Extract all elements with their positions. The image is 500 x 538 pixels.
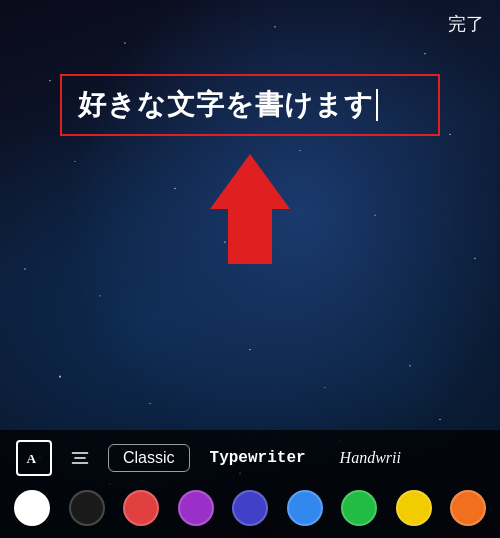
color-swatch-indigo[interactable] <box>232 490 268 526</box>
text-display: 好きな文字を書けます <box>78 86 374 124</box>
font-classic[interactable]: Classic <box>108 444 190 472</box>
color-swatch-red[interactable] <box>123 490 159 526</box>
color-swatch-black[interactable] <box>69 490 105 526</box>
svg-text:A: A <box>27 451 37 466</box>
color-row <box>0 484 500 530</box>
color-swatch-purple[interactable] <box>178 490 214 526</box>
text-cursor <box>376 89 378 121</box>
align-button[interactable] <box>62 440 98 476</box>
color-swatch-orange[interactable] <box>450 490 486 526</box>
arrow-up-shape <box>210 154 290 209</box>
font-typewriter[interactable]: Typewriter <box>196 445 320 471</box>
font-size-button[interactable]: A <box>16 440 52 476</box>
font-size-icon: A <box>24 448 44 468</box>
font-tools-row: A Classic Typewriter Handwrii <box>0 440 500 484</box>
bottom-toolbar: A Classic Typewriter Handwrii <box>0 430 500 538</box>
color-swatch-yellow[interactable] <box>396 490 432 526</box>
color-swatch-blue[interactable] <box>287 490 323 526</box>
main-area: 好きな文字を書けます <box>0 44 500 430</box>
align-icon <box>70 448 90 468</box>
text-input-container[interactable]: 好きな文字を書けます <box>60 74 440 136</box>
font-handwriting[interactable]: Handwrii <box>326 445 415 471</box>
done-button[interactable]: 完了 <box>448 12 484 36</box>
color-swatch-green[interactable] <box>341 490 377 526</box>
top-bar: 完了 <box>0 0 500 44</box>
arrow-indicator <box>210 154 290 209</box>
font-list: Classic Typewriter Handwrii <box>108 444 484 472</box>
color-swatch-white[interactable] <box>14 490 50 526</box>
